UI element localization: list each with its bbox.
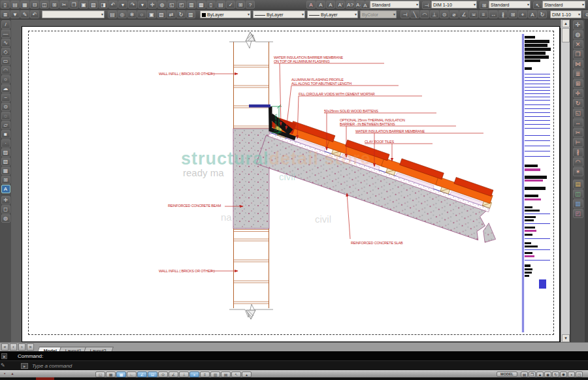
layer-properties-icon[interactable]: ≣ [1, 10, 10, 18]
tab-next-icon[interactable]: › [18, 343, 25, 351]
plot-icon[interactable]: ⊟ [30, 1, 39, 8]
polyline-icon[interactable]: ∿ [1, 39, 10, 47]
tool-palettes-icon[interactable]: ▯ [206, 1, 216, 8]
plot-preview-icon[interactable]: ◫ [40, 1, 49, 8]
match-properties-icon[interactable]: ▧ [89, 1, 98, 8]
circle-icon[interactable]: ○ [1, 75, 10, 84]
aligned-dimension-icon[interactable]: ╲ [410, 10, 419, 18]
zoom-realtime-icon[interactable]: ◍ [573, 30, 583, 39]
revision-cloud-icon[interactable]: ☁ [1, 84, 10, 93]
text-style-combo[interactable]: Standard▾ [370, 1, 419, 8]
scrollbar-thumb[interactable] [562, 28, 570, 42]
clean-screen-icon[interactable]: ◳ [576, 372, 583, 377]
quickcalc-icon[interactable]: ⊞ [236, 1, 245, 8]
gradient-icon[interactable]: ▧ [1, 157, 10, 166]
layer-previous-icon[interactable]: ↶ [30, 10, 39, 18]
layer-states-icon[interactable]: ▤ [108, 10, 117, 18]
tolerance-icon[interactable]: ⊞ [508, 10, 517, 18]
object-snap-toggle[interactable]: ⊡ [148, 372, 157, 377]
layer-off-icon[interactable]: ○ [137, 10, 146, 18]
dimension-combo[interactable]: DIM 1-10▾ [550, 10, 581, 18]
pan-icon[interactable]: ✛ [148, 1, 157, 8]
line-icon[interactable]: / [1, 20, 10, 29]
move-icon[interactable]: ✛ [1, 196, 10, 204]
text-style-icon[interactable]: A [306, 1, 316, 8]
rectangle-icon[interactable]: ▭ [1, 57, 10, 65]
mleader-style-combo[interactable]: Standard▾ [542, 1, 585, 8]
stretch-icon[interactable]: ↔ [573, 118, 583, 127]
sheet-set-manager-icon[interactable]: ▤ [216, 1, 225, 8]
dimension-style-manager-icon[interactable]: ⊘ [583, 10, 588, 18]
annotation-scale-icon[interactable]: ▲ [536, 372, 544, 377]
dynamic-input-toggle[interactable]: ⌖ [189, 372, 199, 377]
text-style-manager-icon[interactable]: A [361, 1, 370, 9]
tab-last-icon[interactable]: » [27, 343, 34, 351]
angular-icon[interactable]: ∠ [459, 10, 468, 18]
annotation-alert-icon[interactable]: ▴ [9, 371, 16, 377]
3d-views-icon[interactable]: ◰ [573, 209, 583, 218]
radius-icon[interactable]: ⊙ [440, 10, 449, 18]
linetype-combo[interactable]: ByLayer▾ [253, 10, 305, 18]
transparency-toggle[interactable]: ▥ [210, 372, 220, 377]
point-icon[interactable]: · [1, 139, 10, 148]
hatch-icon[interactable]: ▨ [1, 148, 10, 157]
ellipse-arc-icon[interactable]: ◌ [1, 112, 10, 120]
erase-icon[interactable]: ✕ [573, 40, 583, 49]
named-views-icon[interactable]: ▥ [573, 199, 583, 208]
copy-clip-icon[interactable]: ❐ [69, 1, 78, 8]
construction-line-icon[interactable]: — [1, 29, 10, 38]
help-icon[interactable]: ? [246, 1, 255, 8]
selection-cycling-toggle[interactable]: ↖ [231, 372, 241, 377]
find-text-icon[interactable]: A? [346, 1, 355, 8]
zoom-previous-icon[interactable]: ◰ [177, 1, 186, 8]
arc-length-icon[interactable]: ◠ [420, 10, 429, 18]
workspace-switching-icon[interactable]: ✱ [560, 372, 567, 377]
layer-freeze-icon[interactable]: ❄ [127, 10, 137, 18]
zoom-icon[interactable]: ◍ [1, 214, 10, 223]
markup-icon[interactable]: ✓ [226, 1, 235, 8]
layer-lock-icon[interactable]: ▣ [147, 10, 156, 18]
publish-icon[interactable]: ⊞ [50, 1, 59, 8]
dimension-break-icon[interactable]: ∦ [498, 10, 508, 18]
tab-prev-icon[interactable]: ‹ [10, 343, 17, 351]
layer-combo[interactable]: ▾ [42, 10, 105, 18]
fillet-icon[interactable]: ◠ [573, 157, 583, 166]
zoom-window-icon[interactable]: ◱ [167, 1, 176, 8]
zoom-realtime-icon[interactable]: ◍ [157, 1, 167, 8]
multiline-text-icon[interactable]: A [1, 185, 10, 193]
open-icon[interactable]: ▤ [10, 1, 20, 8]
object-snap-tracking-toggle[interactable]: ∠ [169, 372, 178, 377]
offset-icon[interactable]: ≣ [573, 69, 583, 78]
dimension-edit-icon[interactable]: A [528, 10, 537, 18]
block-editor-icon[interactable]: ◨ [99, 1, 108, 8]
lineweight-combo[interactable]: ByLayer▾ [307, 10, 358, 18]
annotation-update-icon[interactable]: ↻ [176, 10, 186, 18]
command-window[interactable]: ✕ Command: ✎ ▸ Type a command [0, 351, 588, 370]
scroll-up-icon[interactable]: ▲ [562, 20, 570, 27]
dim-style-manager-icon[interactable]: ⊣ [422, 1, 431, 9]
region-icon[interactable]: ▦ [1, 166, 10, 175]
designcenter-icon[interactable]: ▩ [197, 1, 206, 8]
change-space-icon[interactable]: ⇄ [167, 10, 176, 18]
make-object-layer-current-icon[interactable]: ✎ [20, 10, 29, 18]
infer-constraints-toggle[interactable]: ◱ [95, 372, 105, 377]
object-color-combo[interactable]: ByLayer▾ [200, 10, 251, 18]
qnew-icon[interactable]: ▯ [1, 1, 10, 8]
table-style-manager-icon[interactable]: ⊞ [480, 1, 489, 9]
save-icon[interactable]: ▦ [20, 1, 29, 8]
undo-drop-icon[interactable]: ▾ [118, 1, 127, 8]
3d-object-snap-toggle[interactable]: ⊙ [158, 372, 168, 377]
baseline-icon[interactable]: ≡ [479, 10, 488, 18]
table-style-combo[interactable]: Standard▾ [489, 1, 531, 8]
snap-mode-toggle[interactable]: ▦ [106, 372, 116, 377]
dynamic-ucs-toggle[interactable]: ⊥ [179, 372, 189, 377]
lineweight-toggle[interactable]: ≡ [200, 372, 210, 377]
vertical-scrollbar[interactable]: ▲ ▼ [561, 20, 570, 342]
edit-text-icon[interactable]: A′ [336, 1, 345, 8]
scroll-down-icon[interactable]: ▼ [562, 334, 570, 342]
mirror-icon[interactable]: ⋈ [573, 59, 583, 69]
copy-icon[interactable]: ❐ [573, 50, 583, 59]
insert-block-icon[interactable]: ▱ [1, 121, 10, 129]
ortho-mode-toggle[interactable]: ∟ [127, 372, 137, 377]
move-icon[interactable]: ✛ [573, 89, 583, 98]
